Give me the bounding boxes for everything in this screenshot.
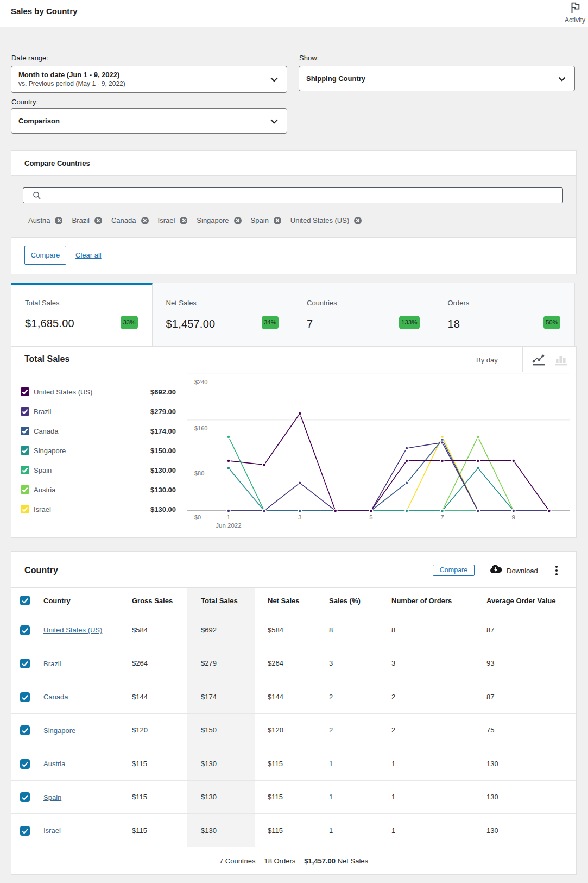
svg-text:Jun 2022: Jun 2022 bbox=[216, 522, 241, 529]
svg-text:1: 1 bbox=[227, 514, 230, 521]
svg-text:5: 5 bbox=[369, 514, 372, 521]
svg-text:$240: $240 bbox=[194, 379, 207, 385]
svg-text:$0: $0 bbox=[194, 514, 201, 521]
svg-text:$160: $160 bbox=[194, 425, 207, 431]
svg-text:3: 3 bbox=[298, 514, 301, 521]
svg-text:$80: $80 bbox=[194, 470, 204, 477]
svg-text:7: 7 bbox=[440, 514, 444, 521]
svg-text:9: 9 bbox=[512, 514, 515, 521]
